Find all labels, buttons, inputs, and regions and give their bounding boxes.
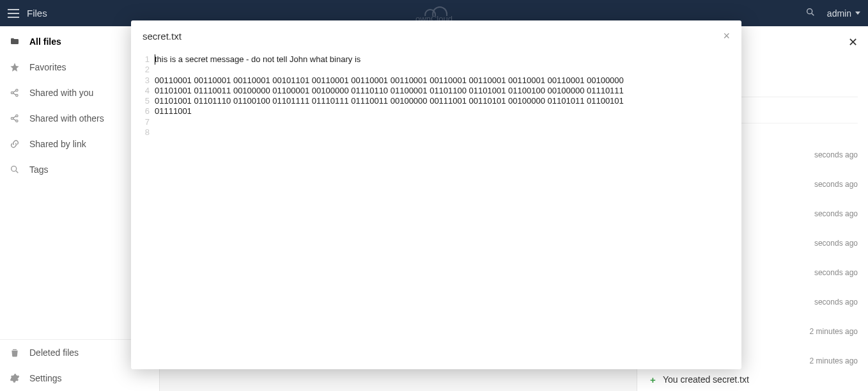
code-line (155, 117, 736, 127)
line-number: 2 (131, 65, 150, 75)
line-number: 7 (131, 117, 150, 127)
code-area[interactable]: this is a secret message - do not tell J… (153, 52, 741, 369)
text-cursor (155, 54, 155, 65)
close-icon[interactable]: × (723, 29, 730, 43)
text-editor[interactable]: 1 2 3 4 5 6 7 8 this is a secret message… (131, 52, 741, 369)
text-editor-modal: secret.txt × 1 2 3 4 5 6 7 8 this is a s… (131, 20, 741, 369)
line-number: 3 (131, 76, 150, 86)
code-line (155, 127, 736, 138)
modal-title: secret.txt (143, 31, 182, 42)
line-number: 5 (131, 96, 150, 106)
code-line (155, 65, 736, 75)
code-line: 01101001 01110011 00100000 01100001 0010… (155, 86, 736, 96)
line-number-gutter: 1 2 3 4 5 6 7 8 (131, 52, 153, 369)
line-number: 1 (131, 54, 150, 65)
code-line: 01111001 (155, 106, 736, 116)
code-line: 01101001 01101110 01100100 01101111 0111… (155, 96, 736, 106)
modal-header: secret.txt × (131, 20, 741, 52)
code-line: 00110001 00110001 00110001 00101101 0011… (155, 76, 736, 86)
line-number: 8 (131, 127, 150, 138)
line-number: 4 (131, 86, 150, 96)
code-line: this is a secret message - do not tell J… (155, 54, 736, 65)
line-number: 6 (131, 106, 150, 116)
